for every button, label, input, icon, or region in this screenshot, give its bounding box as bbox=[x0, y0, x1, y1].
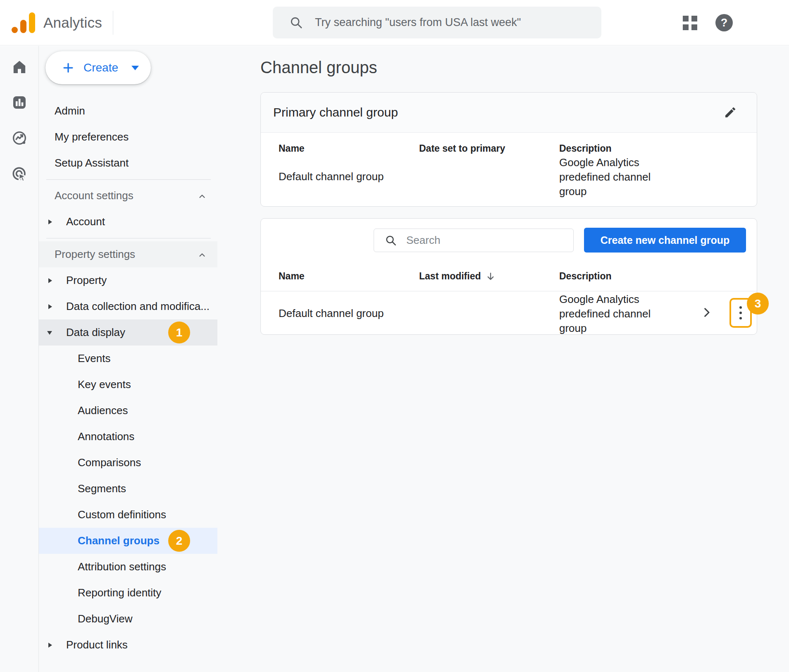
row-name: Default channel group bbox=[279, 307, 384, 320]
logo-dot bbox=[12, 27, 18, 33]
reports-icon[interactable] bbox=[11, 94, 28, 111]
admin-sidebar: Create Admin My preferences Setup Assist… bbox=[39, 46, 260, 672]
sidebar-item-data-collection[interactable]: Data collection and modifica... bbox=[39, 293, 217, 319]
sidebar-item-channel-groups[interactable]: Channel groups 2 bbox=[39, 528, 217, 554]
sidebar-item-label: My preferences bbox=[55, 131, 129, 143]
advertising-icon[interactable] bbox=[11, 165, 28, 183]
section-property-settings[interactable]: Property settings bbox=[39, 241, 217, 267]
primary-card-title: Primary channel group bbox=[273, 105, 398, 119]
sidebar-item-label: Attribution settings bbox=[78, 560, 166, 573]
explore-icon[interactable] bbox=[11, 129, 28, 147]
sidebar-item-label: Audiences bbox=[78, 404, 128, 417]
sidebar-item-custom-definitions[interactable]: Custom definitions bbox=[39, 502, 217, 528]
column-header-description: Description bbox=[559, 143, 612, 154]
expand-triangle-icon[interactable] bbox=[48, 219, 52, 224]
logo-mid-bar bbox=[20, 20, 26, 33]
global-search-input[interactable] bbox=[315, 16, 593, 29]
step-badge-1: 1 bbox=[168, 322, 190, 343]
expand-triangle-icon[interactable] bbox=[48, 304, 52, 309]
section-account-settings[interactable]: Account settings bbox=[39, 183, 217, 209]
column-header-description: Description bbox=[559, 271, 612, 282]
channel-groups-list-card: Create new channel group Name Last modif… bbox=[260, 218, 757, 335]
expand-triangle-icon[interactable] bbox=[48, 278, 52, 283]
analytics-logo-icon bbox=[12, 12, 35, 33]
row-description: Google Analytics predefined channel grou… bbox=[559, 292, 656, 336]
logo-tall-bar bbox=[29, 12, 35, 33]
sidebar-item-comparisons[interactable]: Comparisons bbox=[39, 450, 217, 476]
sidebar-item-segments[interactable]: Segments bbox=[39, 476, 217, 502]
sidebar-item-label: Annotations bbox=[78, 430, 134, 443]
sidebar-item-debugview[interactable]: DebugView bbox=[39, 606, 217, 632]
row-description: Google Analytics predefined channel grou… bbox=[559, 155, 656, 199]
analytics-admin-app: Analytics ? bbox=[0, 0, 789, 672]
sidebar-item-account[interactable]: Account bbox=[39, 209, 217, 235]
left-icon-rail bbox=[0, 46, 39, 672]
row-name: Default channel group bbox=[279, 170, 384, 183]
sidebar-item-label: Key events bbox=[78, 378, 131, 391]
sidebar-item-data-display[interactable]: Data display 1 bbox=[39, 319, 217, 346]
section-label: Property settings bbox=[55, 248, 135, 261]
global-search[interactable] bbox=[273, 7, 601, 38]
sidebar-item-label: Product links bbox=[66, 639, 128, 651]
main-content: Channel groups Primary channel group Nam… bbox=[260, 46, 789, 672]
collapse-triangle-icon[interactable] bbox=[47, 331, 52, 335]
divider bbox=[39, 235, 217, 241]
column-header-name: Name bbox=[279, 271, 305, 282]
home-icon[interactable] bbox=[11, 58, 28, 76]
chevron-up-icon bbox=[198, 250, 207, 260]
top-header: Analytics ? bbox=[0, 0, 789, 45]
topbar-actions: ? bbox=[683, 0, 733, 45]
search-icon bbox=[385, 234, 397, 247]
row-open-chevron-icon[interactable] bbox=[700, 305, 714, 319]
sidebar-item-label: Data display bbox=[66, 326, 125, 339]
sidebar-item-key-events[interactable]: Key events bbox=[39, 372, 217, 398]
sidebar-item-label: Data collection and modifica... bbox=[66, 300, 210, 313]
sidebar-item-label: Custom definitions bbox=[78, 508, 166, 521]
primary-channel-group-card: Primary channel group Name Date set to p… bbox=[260, 92, 757, 207]
page-title: Channel groups bbox=[260, 58, 377, 77]
sidebar-item-label: Property bbox=[66, 274, 107, 287]
sidebar-item-label: Admin bbox=[55, 105, 85, 117]
sidebar-item-label: DebugView bbox=[78, 612, 133, 625]
sidebar-item-reporting-identity[interactable]: Reporting identity bbox=[39, 580, 217, 606]
edit-pencil-icon[interactable] bbox=[724, 106, 737, 119]
create-new-channel-group-button[interactable]: Create new channel group bbox=[584, 228, 746, 253]
sidebar-item-my-preferences[interactable]: My preferences bbox=[39, 124, 217, 150]
table-header-divider bbox=[261, 291, 757, 291]
apps-grid-icon[interactable] bbox=[683, 16, 697, 30]
column-header-date-set-to-primary: Date set to primary bbox=[419, 143, 505, 154]
sidebar-item-attribution-settings[interactable]: Attribution settings bbox=[39, 554, 217, 580]
sort-descending-icon[interactable] bbox=[485, 271, 496, 282]
divider bbox=[39, 176, 217, 183]
column-header-label: Last modified bbox=[419, 271, 481, 282]
sidebar-item-product-links[interactable]: Product links bbox=[39, 632, 217, 658]
table-search[interactable] bbox=[374, 229, 574, 252]
search-icon bbox=[289, 16, 303, 30]
sidebar-item-label: Channel groups bbox=[78, 534, 160, 547]
step-badge-3: 3 bbox=[747, 293, 769, 315]
sidebar-item-label: Segments bbox=[78, 482, 126, 495]
sidebar-item-events[interactable]: Events bbox=[39, 346, 217, 372]
brand-area: Analytics bbox=[12, 0, 113, 45]
section-label: Account settings bbox=[55, 189, 133, 202]
chevron-up-icon bbox=[198, 192, 207, 201]
expand-triangle-icon[interactable] bbox=[48, 643, 52, 648]
chevron-down-icon bbox=[131, 66, 139, 70]
admin-nav: Admin My preferences Setup Assistant Acc… bbox=[39, 98, 260, 658]
sidebar-item-setup-assistant[interactable]: Setup Assistant bbox=[39, 150, 217, 176]
sidebar-item-annotations[interactable]: Annotations bbox=[39, 424, 217, 450]
sidebar-item-admin[interactable]: Admin bbox=[39, 98, 217, 124]
table-search-input[interactable] bbox=[406, 234, 567, 247]
step-badge-2: 2 bbox=[168, 530, 190, 552]
column-header-last-modified[interactable]: Last modified bbox=[419, 271, 496, 282]
plus-icon bbox=[62, 62, 74, 74]
sidebar-item-property[interactable]: Property bbox=[39, 267, 217, 293]
primary-card-header: Primary channel group bbox=[261, 93, 757, 133]
create-button[interactable]: Create bbox=[45, 51, 151, 84]
app-title: Analytics bbox=[43, 14, 102, 31]
brand-divider bbox=[113, 11, 113, 35]
create-label: Create bbox=[83, 61, 118, 74]
sidebar-item-audiences[interactable]: Audiences bbox=[39, 398, 217, 424]
help-icon[interactable]: ? bbox=[715, 14, 733, 31]
sidebar-item-label: Setup Assistant bbox=[55, 157, 129, 169]
